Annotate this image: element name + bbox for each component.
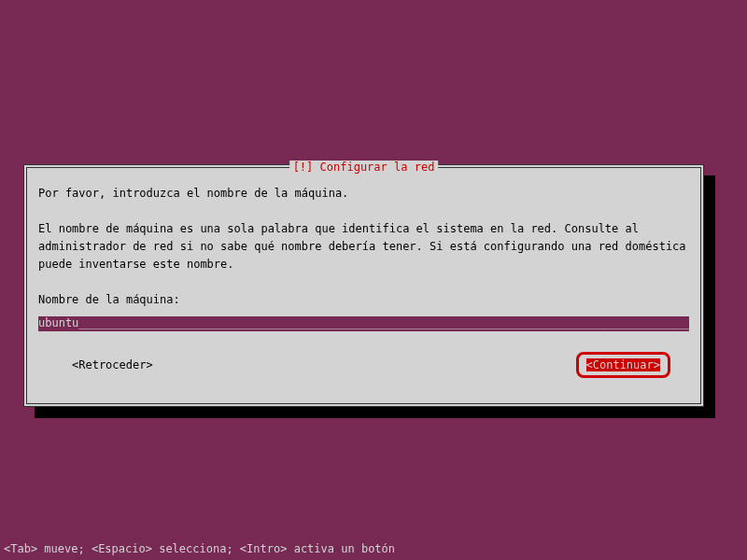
dialog-intro: Por favor, introduzca el nombre de la má… xyxy=(38,185,689,203)
status-bar: <Tab> mueve; <Espacio> selecciona; <Intr… xyxy=(4,542,395,555)
back-button[interactable]: <Retroceder> xyxy=(72,358,153,371)
continue-highlight: <Continuar> xyxy=(576,352,670,378)
dialog-inner-frame: [!] Configurar la red Por favor, introdu… xyxy=(26,167,701,404)
dialog-description: El nombre de máquina es una sola palabra… xyxy=(38,220,689,273)
field-label: Nombre de la máquina: xyxy=(38,291,689,309)
dialog-window: [!] Configurar la red Por favor, introdu… xyxy=(23,164,704,407)
dialog-title: [!] Configurar la red xyxy=(289,161,439,174)
continue-button[interactable]: <Continuar> xyxy=(586,358,660,371)
hostname-input[interactable]: ________________________________________… xyxy=(38,316,689,331)
input-value: ubuntu xyxy=(38,316,78,329)
input-underline: ________________________________________… xyxy=(38,316,689,329)
button-row: <Retroceder> <Continuar> xyxy=(38,352,689,378)
